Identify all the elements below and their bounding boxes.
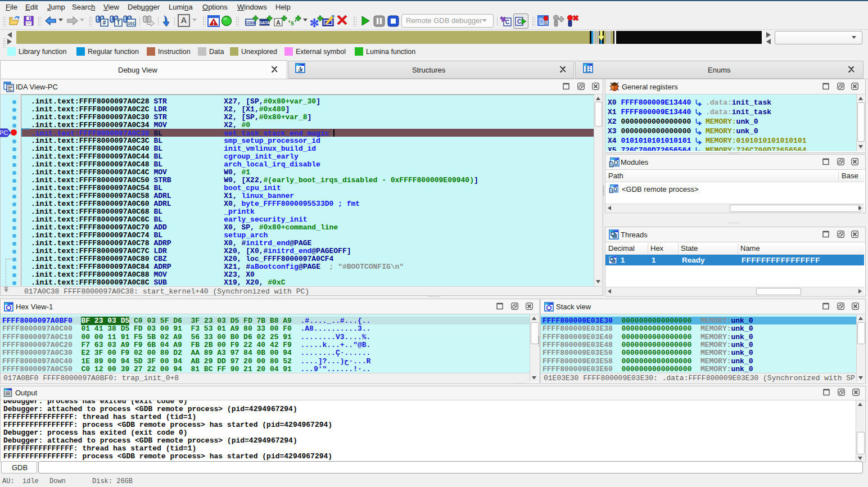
svg-text:PC: PC (0, 129, 8, 136)
svg-text:C: C (517, 19, 521, 25)
svg-text:101: 101 (128, 21, 135, 26)
svg-text:‘s’: ‘s’ (288, 18, 297, 27)
svg-text:#: # (103, 20, 106, 26)
svg-text:T: T (116, 20, 120, 26)
svg-text:DATA: DATA (259, 21, 269, 25)
svg-text:CODE: CODE (245, 21, 256, 25)
svg-text:C: C (505, 19, 509, 25)
svg-text:A: A (276, 19, 281, 26)
